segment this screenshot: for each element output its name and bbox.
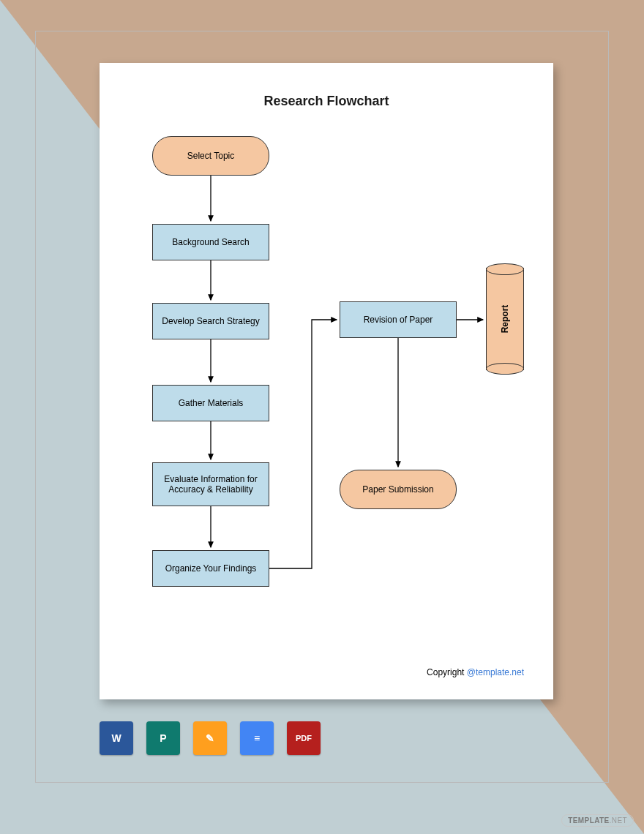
copyright-link[interactable]: @template.net <box>467 667 524 677</box>
watermark: TEMPLATE.NET <box>561 814 634 827</box>
word-icon[interactable]: W <box>100 721 133 755</box>
copyright: Copyright @template.net <box>427 667 524 677</box>
publisher-icon[interactable]: P <box>146 721 180 755</box>
google-docs-icon[interactable]: ≡ <box>240 721 274 755</box>
document-page: Research Flowchart Select Topic Backgrou… <box>100 63 553 699</box>
flow-arrows <box>100 63 553 699</box>
format-icons: W P ✎ ≡ PDF <box>100 721 321 755</box>
pdf-icon[interactable]: PDF <box>287 721 321 755</box>
pages-icon[interactable]: ✎ <box>193 721 227 755</box>
